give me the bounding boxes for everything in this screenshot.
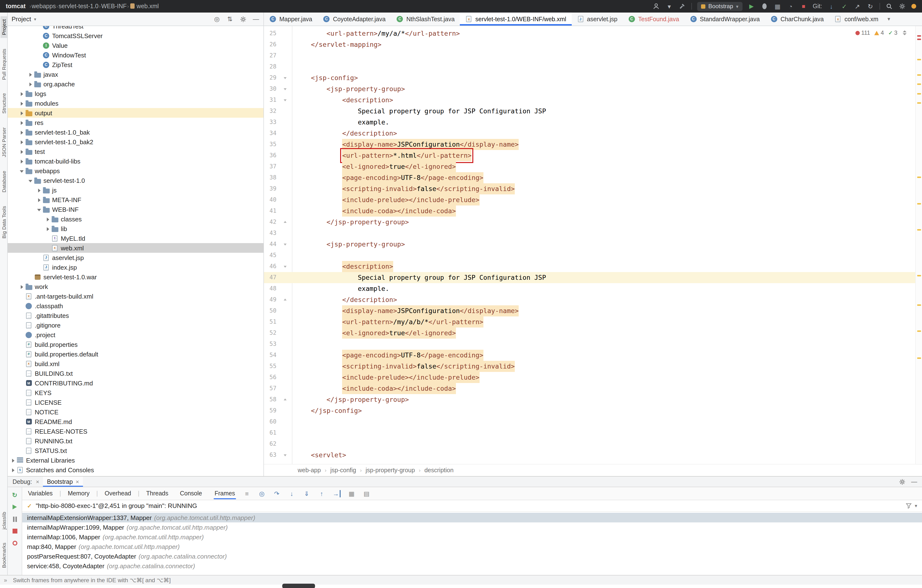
hidden-tabs-dropdown[interactable]: ▾ [884, 13, 894, 26]
expand-chevron-icon[interactable] [19, 283, 25, 290]
line-number[interactable]: 47 [264, 272, 276, 283]
debug-pane-tab-overhead[interactable]: Overhead [105, 490, 131, 497]
line-number[interactable]: 52 [264, 328, 276, 339]
stop-icon[interactable]: ■ [800, 2, 808, 10]
tree-row-ant-targets-build-xml[interactable]: x.ant-targets-build.xml [8, 291, 263, 301]
titlebar-path-web-xml[interactable]: web.xml [129, 3, 159, 10]
tree-row-build-properties-default[interactable]: #build.properties.default [8, 349, 263, 359]
profiler-icon[interactable]: ◔ [787, 2, 794, 10]
line-number[interactable]: 33 [264, 117, 276, 128]
breadcrumb-web-app[interactable]: web-app [298, 467, 321, 474]
debug-pane-tab-memory[interactable]: Memory [68, 490, 90, 497]
debug-pane-tab-variables[interactable]: Variables [28, 490, 52, 497]
tree-row-myel-tld[interactable]: tMyEL.tld [8, 234, 263, 243]
tree-row-servlet-test-1-0-bak2[interactable]: servlet-test-1.0_bak2 [8, 137, 263, 147]
tree-row-js[interactable]: js [8, 185, 263, 195]
line-number[interactable]: 54 [264, 350, 276, 361]
tree-row-build-properties[interactable]: #build.properties [8, 340, 263, 349]
hammer-icon[interactable] [678, 2, 686, 10]
editor-tab-testfound-java[interactable]: CTestFound.java [623, 13, 685, 26]
titlebar-path-web-inf[interactable]: WEB-INF [101, 3, 127, 10]
coverage-icon[interactable]: ▦ [774, 2, 781, 10]
show-execution-point-icon[interactable]: ◎ [258, 490, 266, 497]
next-problem-icon[interactable] [903, 33, 907, 35]
breadcrumb-jsp-config[interactable]: jsp-config [330, 467, 356, 474]
editor-tab-charchunk-java[interactable]: CCharChunk.java [765, 13, 829, 26]
line-number[interactable]: 25 [264, 28, 276, 39]
line-number[interactable]: 26 [264, 39, 276, 50]
line-number[interactable]: 62 [264, 438, 276, 449]
tree-row-threadtest[interactable]: CThreadTest [8, 26, 263, 31]
expand-chevron-icon[interactable] [19, 100, 25, 106]
chevron-down-icon[interactable]: ▾ [915, 503, 917, 508]
filter-funnel-icon[interactable] [906, 503, 912, 509]
expand-chevron-icon[interactable] [28, 71, 34, 77]
line-number[interactable]: 28 [264, 61, 276, 72]
line-number[interactable]: 42 [264, 217, 276, 228]
settings-gear-icon[interactable] [898, 2, 906, 10]
line-number[interactable]: 38 [264, 172, 276, 183]
run-to-cursor-icon[interactable]: → [332, 490, 341, 497]
tree-row-lib[interactable]: lib [8, 224, 263, 234]
tree-row-output[interactable]: output [8, 108, 263, 118]
stripe-item-database[interactable]: Database [0, 168, 7, 195]
locate-icon[interactable]: ◎ [213, 15, 221, 23]
tree-row-contributing-md[interactable]: MCONTRIBUTING.md [8, 378, 263, 388]
line-number[interactable]: 50 [264, 305, 276, 317]
tree-row-readme-md[interactable]: MREADME.md [8, 417, 263, 426]
fold-marker-icon[interactable] [283, 72, 288, 83]
tree-row-aservlet-jsp[interactable]: Jaservlet.jsp [8, 253, 263, 262]
expand-chevron-icon[interactable] [28, 81, 34, 87]
tree-row-license[interactable]: LICENSE [8, 397, 263, 407]
tree-row-tomcatsslserver[interactable]: CTomcatSSLServer [8, 31, 263, 41]
tree-row-res[interactable]: res [8, 118, 263, 127]
line-number[interactable]: 31 [264, 95, 276, 106]
tree-row-status-txt[interactable]: STATUS.txt [8, 446, 263, 455]
editor-tab-servlet-test-1-0-web-inf-web-xml[interactable]: xservlet-test-1.0/WEB-INF/web.xml [460, 13, 572, 26]
view-breakpoints-icon[interactable] [11, 539, 19, 547]
stripe-item-bookmarks[interactable]: Bookmarks [0, 540, 7, 571]
tree-row-org-apache[interactable]: org.apache [8, 79, 263, 89]
expand-chevron-icon[interactable] [10, 457, 16, 463]
evaluate-expression-icon[interactable]: ▦ [347, 490, 356, 497]
tree-row-building-txt[interactable]: BUILDING.txt [8, 369, 263, 378]
tree-row-gitignore[interactable]: .gitignore [8, 320, 263, 330]
line-number[interactable]: 49 [264, 294, 276, 305]
tree-row-servlet-test-1-0-war[interactable]: servlet-test-1.0.war [8, 272, 263, 282]
frame-row-service-458-coyoteadapter[interactable]: service:458, CoyoteAdapter(org.apache.ca… [22, 561, 922, 571]
chevron-down-icon[interactable]: ▾ [34, 16, 36, 21]
frame-row-postparserequest-807-coyoteadapter[interactable]: postParseRequest:807, CoyoteAdapter(org.… [22, 551, 922, 561]
settings-gear-icon[interactable] [899, 478, 906, 485]
layout-menu-icon[interactable]: ≡ [243, 490, 251, 497]
tree-row-modules[interactable]: modules [8, 98, 263, 108]
line-number[interactable]: 53 [264, 339, 276, 350]
user-icon[interactable] [652, 2, 660, 10]
editor-tab-coyoteadapter-java[interactable]: CCoyoteAdapter.java [317, 13, 391, 26]
line-number[interactable]: 51 [264, 317, 276, 328]
error-count[interactable]: 111 [855, 29, 870, 36]
fold-marker-icon[interactable] [283, 95, 288, 106]
expand-chevron-icon[interactable] [19, 119, 25, 126]
previous-problem-icon[interactable] [903, 30, 907, 32]
tree-row-external-libraries[interactable]: External Libraries [8, 455, 263, 465]
expand-chevron-icon[interactable] [36, 196, 43, 203]
tree-row-running-txt[interactable]: RUNNING.txt [8, 436, 263, 446]
force-step-into-icon[interactable]: ⇓ [302, 490, 311, 497]
tree-row-value[interactable]: IValue [8, 41, 263, 50]
close-icon[interactable]: × [36, 478, 39, 485]
line-number[interactable]: 27 [264, 50, 276, 61]
passed-count[interactable]: ✓ 3 [888, 29, 897, 36]
tree-row-work[interactable]: work [8, 282, 263, 291]
line-number[interactable]: 35 [264, 139, 276, 150]
line-number[interactable]: 56 [264, 372, 276, 383]
inspections-widget[interactable]: 111 4 ✓ 3 [853, 28, 909, 37]
line-number[interactable]: 48 [264, 283, 276, 294]
editor-tab-nthslashtest-java[interactable]: CNthSlashTest.java [391, 13, 460, 26]
fold-marker-icon[interactable] [283, 217, 288, 228]
tree-row-web-xml[interactable]: xweb.xml [8, 243, 263, 253]
titlebar-path-webapps[interactable]: webapps [32, 3, 56, 10]
expand-chevron-icon[interactable] [45, 225, 51, 232]
line-number[interactable]: 55 [264, 361, 276, 372]
debug-view-tab-console[interactable]: Console [180, 490, 202, 497]
search-icon[interactable] [885, 2, 893, 10]
